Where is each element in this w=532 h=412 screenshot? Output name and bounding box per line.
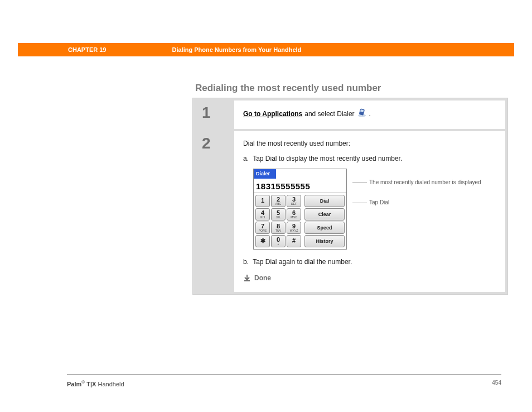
annotation-display-text: The most recently dialed number is displ… bbox=[369, 179, 481, 186]
annotation-display: The most recently dialed number is displ… bbox=[352, 179, 481, 186]
callout-line bbox=[352, 203, 367, 203]
dialer-body: 1 2ABC 3DEF 4GHI 5JKL 6MNO 7PQRS 8TUV 9W… bbox=[254, 193, 346, 249]
step-number: 1 bbox=[195, 100, 234, 129]
key-4[interactable]: 4GHI bbox=[255, 208, 270, 221]
key-1[interactable]: 1 bbox=[255, 195, 270, 207]
step-2-body: Dial the most recently used number: a. T… bbox=[234, 131, 505, 292]
step-number: 2 bbox=[195, 131, 234, 292]
history-button[interactable]: History bbox=[304, 235, 345, 247]
substep-a-label: a. bbox=[243, 154, 251, 164]
dialer-screenshot-area: Dialer 18315555555 1 2ABC 3DEF 4GHI 5JKL… bbox=[253, 169, 496, 250]
screenshot-annotations: The most recently dialed number is displ… bbox=[352, 169, 481, 207]
key-2[interactable]: 2ABC bbox=[271, 195, 286, 207]
annotation-dial-text: Tap Dial bbox=[369, 199, 389, 207]
steps-container: 1 Go to Applications and select Dialer .… bbox=[192, 98, 508, 295]
step-2: 2 Dial the most recently used number: a.… bbox=[195, 131, 505, 292]
dialer-keypad: 1 2ABC 3DEF 4GHI 5JKL 6MNO 7PQRS 8TUV 9W… bbox=[255, 195, 301, 247]
done-label: Done bbox=[254, 274, 271, 283]
dialer-titlebar: Dialer bbox=[254, 169, 276, 179]
key-hash[interactable]: # bbox=[287, 235, 301, 247]
dialer-app-icon bbox=[357, 108, 367, 120]
go-to-applications-link[interactable]: Go to Applications bbox=[243, 109, 302, 119]
substep-b-text: Tap Dial again to dial the number. bbox=[253, 258, 352, 266]
chapter-title: Dialing Phone Numbers from Your Handheld bbox=[172, 46, 301, 53]
substep-a-text: Tap Dial to display the most recently us… bbox=[253, 155, 402, 162]
footer-divider bbox=[67, 374, 501, 375]
chapter-label: CHAPTER 19 bbox=[68, 46, 106, 53]
callout-line bbox=[352, 183, 367, 183]
key-7[interactable]: 7PQRS bbox=[255, 222, 270, 234]
done-indicator: Done bbox=[243, 274, 496, 283]
done-arrow-icon bbox=[243, 274, 251, 282]
page-number: 454 bbox=[492, 380, 501, 386]
dialer-side-buttons: Dial Clear Speed History bbox=[304, 195, 345, 247]
section-heading: Redialing the most recently used number bbox=[195, 83, 381, 94]
key-5[interactable]: 5JKL bbox=[271, 208, 286, 221]
dial-button[interactable]: Dial bbox=[304, 195, 345, 207]
key-6[interactable]: 6MNO bbox=[287, 208, 301, 221]
speed-button[interactable]: Speed bbox=[304, 222, 345, 234]
step-1: 1 Go to Applications and select Dialer . bbox=[195, 100, 505, 129]
step-1-body: Go to Applications and select Dialer . bbox=[234, 100, 505, 129]
footer-product: Palm® T|X Handheld bbox=[67, 380, 124, 387]
key-8[interactable]: 8TUV bbox=[271, 222, 286, 234]
key-9[interactable]: 9WXYZ bbox=[287, 222, 301, 234]
substep-a: a. Tap Dial to display the most recently… bbox=[243, 154, 496, 164]
annotation-dial: Tap Dial bbox=[352, 199, 481, 207]
chapter-header: CHAPTER 19 Dialing Phone Numbers from Yo… bbox=[18, 43, 514, 56]
clear-button[interactable]: Clear bbox=[304, 208, 345, 221]
footer-product-type: Handheld bbox=[96, 381, 124, 387]
dialer-app-screenshot: Dialer 18315555555 1 2ABC 3DEF 4GHI 5JKL… bbox=[253, 169, 347, 250]
footer-brand: Palm bbox=[67, 381, 81, 387]
step-1-text: and select Dialer bbox=[304, 109, 354, 119]
key-0[interactable]: 0+ bbox=[271, 235, 286, 247]
step-1-period: . bbox=[369, 109, 371, 119]
footer-model: T|X bbox=[85, 381, 96, 387]
substep-b: b. Tap Dial again to dial the number. bbox=[243, 257, 496, 267]
dialer-number-display: 18315555555 bbox=[254, 179, 346, 193]
substep-b-label: b. bbox=[243, 257, 251, 267]
step-2-intro: Dial the most recently used number: bbox=[243, 139, 496, 148]
key-3[interactable]: 3DEF bbox=[287, 195, 301, 207]
key-star[interactable]: ✱ bbox=[255, 235, 270, 247]
